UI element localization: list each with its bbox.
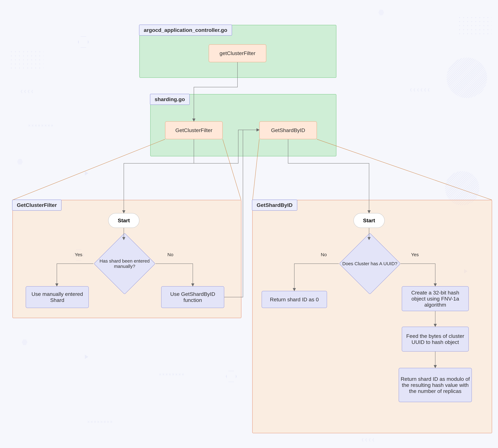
deco-dots (458, 16, 492, 37)
node-return-zero: Return shard ID as 0 (262, 291, 327, 308)
deco-triangle (85, 355, 88, 359)
edge-label-no-right: No (321, 252, 327, 257)
deco-xxx: ×××××××× (28, 123, 54, 128)
group-tag: GetClusterFilter (12, 200, 62, 211)
deco-circle (446, 58, 487, 98)
edge-label-yes-left: Yes (75, 252, 82, 257)
node-start-right: Start (354, 213, 385, 228)
node-use-function: Use GetShardByID function (161, 286, 224, 308)
deco-hexagon (226, 370, 237, 383)
decision-label-manual: Has shard been entered manually? (97, 246, 153, 282)
edge-label-yes-right: Yes (411, 252, 419, 257)
deco-dots (9, 50, 44, 72)
deco-xxx: ×××××××× (159, 372, 185, 377)
node-hash-return: Return shard ID as modulo of the resulti… (399, 368, 472, 402)
group-tag: argocd_application_controller.go (139, 25, 232, 36)
deco-chevrons: ❮❮❮❮❮❮ (410, 87, 431, 92)
deco-hexagon (78, 36, 89, 48)
deco-hexagon-small (378, 9, 384, 16)
edge-label-no-left: No (167, 252, 173, 257)
deco-chevrons: ❮❮❮❮ (361, 437, 376, 442)
deco-chevrons: ❮❮❮❮ (20, 89, 34, 94)
node-hash-feed: Feed the bytes of cluster UUID to hash o… (402, 327, 469, 352)
deco-triangle (85, 171, 88, 176)
node-hash-create: Create a 32-bit hash object using FNV-1a… (402, 286, 469, 311)
group-tag: sharding.go (150, 94, 190, 105)
deco-hexagon-small (17, 159, 23, 165)
node-getclusterfilter: GetClusterFilter (165, 121, 223, 139)
group-tag: GetShardByID (252, 200, 297, 211)
decision-label-uuid: Does Cluster has A UUID? (342, 249, 398, 278)
deco-hexagon-small (22, 339, 27, 345)
node-getclusterfilter-top: getClusterFilter (209, 44, 266, 62)
node-getshardbyid: GetShardByID (259, 121, 317, 139)
node-use-manual: Use manually entered Shard (26, 286, 89, 308)
node-start-left: Start (108, 213, 139, 228)
deco-xxx: ×××××××× (87, 419, 113, 424)
